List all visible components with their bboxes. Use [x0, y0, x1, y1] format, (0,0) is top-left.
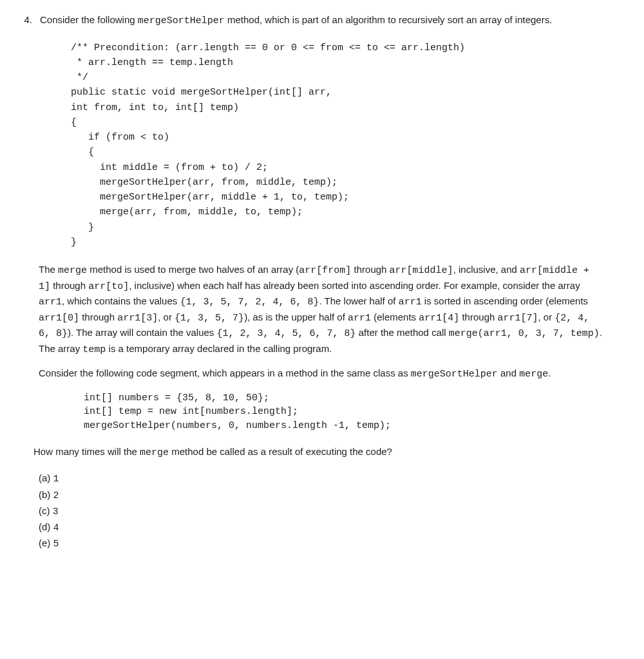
code-inline: temp	[82, 344, 106, 355]
code-inline: arr1[4]	[419, 313, 459, 324]
code-inline: merge	[140, 447, 169, 458]
text: ), as is the upper half of	[244, 311, 348, 322]
choice-label: (b)	[39, 489, 53, 500]
text: . The lower half of	[319, 295, 399, 306]
question-header: 4. Consider the following mergeSortHelpe…	[19, 13, 625, 29]
code-inline: arr1[3]	[117, 313, 158, 324]
code-block-2: int[] numbers = {35, 8, 10, 50}; int[] t…	[84, 391, 625, 433]
text: , or	[158, 311, 175, 322]
text: , which contains the values	[62, 295, 180, 306]
text: and	[498, 367, 519, 378]
text: through	[351, 264, 389, 275]
text: , inclusive) when each half has already …	[129, 280, 580, 291]
code-inline: arr1	[39, 297, 62, 308]
answer-choices: (a) 1 (b) 2 (c) 3 (d) 4 (e) 5	[39, 470, 625, 552]
code-inline: merge	[58, 265, 87, 276]
choice-d[interactable]: (d) 4	[39, 519, 625, 535]
code-inline: arr1[0]	[39, 313, 79, 324]
code-inline: arr1	[399, 297, 422, 308]
choice-value: 3	[53, 506, 59, 517]
text: through	[79, 311, 117, 322]
choice-value: 5	[53, 539, 59, 550]
choice-value: 4	[53, 523, 59, 534]
code-inline: arr1[7]	[498, 313, 538, 324]
code-inline: arr[middle]	[390, 265, 453, 276]
intro-pre: Consider the following	[40, 14, 138, 25]
code-inline: mergeSortHelper	[411, 369, 498, 380]
code-inline: arr1	[348, 313, 371, 324]
intro-post: method, which is part of an algorithm to…	[225, 14, 553, 25]
choice-a[interactable]: (a) 1	[39, 470, 625, 487]
final-question: How many times will the merge method be …	[33, 445, 625, 461]
text: is a temporary array declared in the cal…	[106, 343, 332, 354]
question-number: 4.	[19, 13, 32, 29]
text: method is used to merge two halves of an…	[87, 264, 299, 275]
choice-label: (a)	[39, 472, 53, 483]
text: (elements	[371, 311, 419, 322]
choice-value: 1	[53, 474, 59, 485]
choice-label: (e)	[39, 537, 53, 548]
choice-label: (c)	[39, 505, 53, 516]
text: ). The array will contain the values	[68, 327, 217, 338]
choice-value: 2	[53, 490, 59, 501]
explanation-paragraph-2: Consider the following code segment, whi…	[39, 366, 605, 382]
text: , inclusive, and	[453, 264, 520, 275]
code-block-1: /** Precondition: (arr.length == 0 or 0 …	[71, 41, 625, 250]
code-inline: {1, 3, 5, 7}	[175, 313, 244, 324]
choice-c[interactable]: (c) 3	[39, 503, 625, 519]
text: Consider the following code segment, whi…	[39, 367, 411, 378]
code-inline: {1, 2, 3, 4, 5, 6, 7, 8}	[217, 328, 356, 339]
text: How many times will the	[33, 446, 140, 457]
code-inline: merge	[519, 369, 548, 380]
code-inline: merge(arr1, 0, 3, 7, temp)	[449, 328, 600, 339]
question-intro: Consider the following mergeSortHelper m…	[40, 13, 625, 29]
choice-e[interactable]: (e) 5	[39, 535, 625, 552]
text: , or	[538, 311, 555, 322]
text: through	[459, 311, 497, 322]
choice-b[interactable]: (b) 2	[39, 487, 625, 503]
text: .	[548, 367, 551, 378]
text: is sorted in ascending order (elements	[422, 295, 588, 306]
code-inline: arr[to]	[88, 281, 129, 292]
code-inline: {1, 3, 5, 7, 2, 4, 6, 8}	[180, 297, 319, 308]
choice-label: (d)	[39, 521, 53, 532]
code-inline: arr[from]	[299, 265, 351, 276]
text: method be called as a result of executin…	[169, 446, 392, 457]
intro-code: mergeSortHelper	[138, 15, 225, 26]
explanation-paragraph-1: The merge method is used to merge two ha…	[39, 263, 605, 357]
text: The	[39, 264, 58, 275]
text: after the method call	[356, 327, 449, 338]
text: through	[50, 280, 88, 291]
